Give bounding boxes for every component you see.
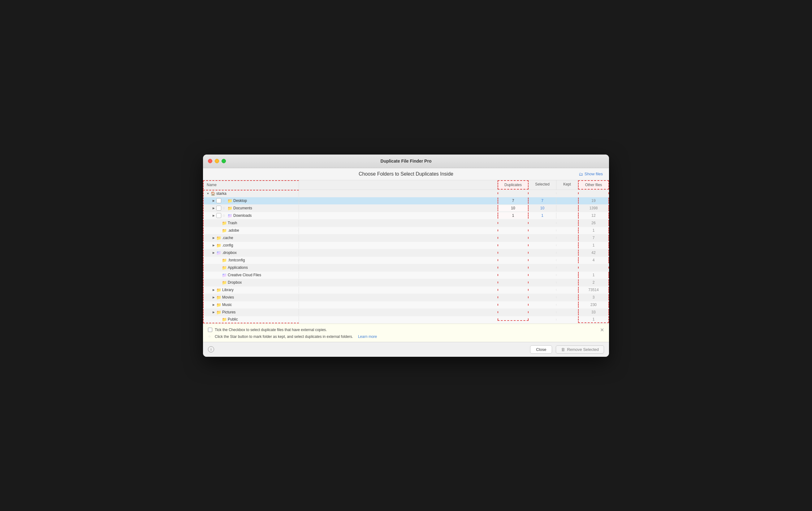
selected-cell bbox=[528, 259, 556, 261]
spacer-cell bbox=[299, 252, 498, 253]
col-header-selected: Selected bbox=[528, 180, 556, 190]
row-checkbox[interactable] bbox=[216, 206, 221, 211]
minimize-window-button[interactable] bbox=[215, 159, 219, 163]
other-files-cell: 19 bbox=[578, 197, 609, 204]
folder-name: .config bbox=[222, 243, 233, 247]
remove-selected-button[interactable]: 🗑 Remove Selected bbox=[556, 345, 604, 354]
selected-cell bbox=[528, 319, 556, 321]
other-files-cell: 33 bbox=[578, 309, 609, 315]
expand-arrow[interactable] bbox=[217, 266, 221, 269]
expand-arrow[interactable]: ▶ bbox=[212, 236, 215, 240]
checkbox-tip-text: Tick the Checkbox to select duplicate fi… bbox=[215, 328, 327, 332]
star-button[interactable]: ☆ bbox=[222, 213, 227, 218]
selected-cell: 7 bbox=[528, 197, 556, 204]
folder-name: .adobe bbox=[228, 228, 239, 233]
titlebar: Duplicate File Finder Pro bbox=[203, 155, 609, 168]
duplicates-cell bbox=[498, 281, 528, 284]
table-row: ▶📁.dropbox42 bbox=[203, 249, 609, 257]
spacer-cell bbox=[299, 259, 498, 261]
name-cell: ▶📁Pictures bbox=[203, 309, 299, 316]
expand-arrow[interactable] bbox=[217, 318, 221, 321]
expand-arrow[interactable] bbox=[217, 228, 221, 232]
folder-name: Movies bbox=[222, 295, 234, 299]
info-row-star: ☆ Click the Star button to mark folder a… bbox=[208, 334, 604, 339]
name-cell: 📁Creative Cloud Files bbox=[203, 272, 299, 278]
star-tip-text: Click the Star button to mark folder as … bbox=[215, 334, 353, 339]
kept-cell bbox=[556, 267, 578, 269]
app-window: Duplicate File Finder Pro Choose Folders… bbox=[203, 155, 609, 357]
learn-more-link[interactable]: Learn more bbox=[358, 334, 377, 339]
expand-arrow[interactable] bbox=[217, 221, 221, 225]
spacer-cell bbox=[299, 237, 498, 239]
other-files-cell: 3 bbox=[578, 294, 609, 300]
kept-cell bbox=[556, 230, 578, 231]
info-row-checkbox: Tick the Checkbox to select duplicate fi… bbox=[208, 327, 604, 333]
table-row: 📁Public1 bbox=[203, 316, 609, 324]
other-files-cell: 1 bbox=[578, 272, 609, 278]
table-row: 📁Applications bbox=[203, 264, 609, 272]
name-cell: ▶☆📁Downloads bbox=[203, 212, 299, 219]
kept-cell bbox=[556, 274, 578, 276]
show-files-button[interactable]: 🗂 Show files bbox=[579, 171, 603, 177]
expand-arrow[interactable] bbox=[217, 273, 221, 277]
name-cell: ▶📁Library bbox=[203, 287, 299, 293]
folder-name: Downloads bbox=[233, 213, 252, 218]
expand-arrow[interactable] bbox=[217, 280, 221, 284]
expand-arrow[interactable]: ▶ bbox=[212, 295, 215, 299]
expand-arrow[interactable]: ▼ bbox=[206, 192, 210, 195]
table-row: 📁.adobe1 bbox=[203, 227, 609, 235]
duplicates-cell bbox=[498, 259, 528, 261]
expand-arrow[interactable]: ▶ bbox=[212, 199, 215, 203]
file-table-container: Name Duplicates Selected Kept Other file… bbox=[203, 180, 609, 324]
table-body: ▼🏠starka▶☆📁Desktop7719▶☆📁Documents101013… bbox=[203, 190, 609, 324]
folder-icon: 📁 bbox=[216, 288, 221, 292]
name-cell: ▶📁.cache bbox=[203, 235, 299, 241]
folder-name: starka bbox=[216, 191, 227, 196]
folder-name: Public bbox=[228, 317, 238, 321]
duplicates-cell bbox=[498, 274, 528, 276]
maximize-window-button[interactable] bbox=[222, 159, 226, 163]
table-row: 📁.fontconfig4 bbox=[203, 257, 609, 264]
star-button[interactable]: ☆ bbox=[222, 198, 227, 203]
other-files-cell: 1 bbox=[578, 242, 609, 248]
folder-icon: 📁 bbox=[216, 295, 221, 300]
name-cell: 📁.adobe bbox=[203, 227, 299, 234]
folder-name: Documents bbox=[233, 206, 252, 210]
row-checkbox[interactable] bbox=[216, 198, 221, 203]
expand-arrow[interactable]: ▶ bbox=[212, 243, 215, 247]
folder-name: Library bbox=[222, 288, 234, 292]
name-cell: 📁.fontconfig bbox=[203, 257, 299, 264]
expand-arrow[interactable]: ▶ bbox=[212, 206, 215, 210]
star-button[interactable]: ☆ bbox=[222, 206, 227, 210]
expand-arrow[interactable]: ▶ bbox=[212, 251, 215, 254]
other-files-cell: 230 bbox=[578, 302, 609, 308]
table-header: Name Duplicates Selected Kept Other file… bbox=[203, 180, 609, 190]
duplicates-cell bbox=[498, 230, 528, 231]
expand-arrow[interactable]: ▶ bbox=[212, 303, 215, 306]
name-cell: 📁Dropbox bbox=[203, 279, 299, 286]
selected-cell bbox=[528, 252, 556, 253]
kept-cell bbox=[556, 237, 578, 239]
expand-arrow[interactable] bbox=[217, 258, 221, 262]
close-window-button[interactable] bbox=[208, 159, 212, 163]
selected-cell: 1 bbox=[528, 212, 556, 219]
folder-icon: 📁 bbox=[222, 273, 227, 277]
kept-cell bbox=[556, 259, 578, 261]
expand-arrow[interactable]: ▶ bbox=[212, 214, 215, 217]
info-icon-button[interactable]: i bbox=[208, 346, 214, 352]
other-files-cell: 26 bbox=[578, 220, 609, 226]
kept-cell bbox=[556, 319, 578, 321]
close-button[interactable]: Close bbox=[530, 345, 552, 354]
folder-icon: 📁 bbox=[222, 228, 227, 233]
kept-cell bbox=[556, 192, 578, 194]
expand-arrow[interactable]: ▶ bbox=[212, 310, 215, 314]
name-cell: 📁Trash bbox=[203, 220, 299, 226]
expand-arrow[interactable]: ▶ bbox=[212, 288, 215, 292]
table-row: ▶📁Pictures33 bbox=[203, 309, 609, 316]
dismiss-button[interactable]: ✕ bbox=[600, 327, 604, 333]
duplicates-cell bbox=[498, 192, 528, 194]
duplicates-cell bbox=[498, 296, 528, 298]
row-checkbox[interactable] bbox=[216, 213, 221, 218]
kept-cell bbox=[556, 215, 578, 216]
folder-icon: 📁 bbox=[216, 302, 221, 307]
